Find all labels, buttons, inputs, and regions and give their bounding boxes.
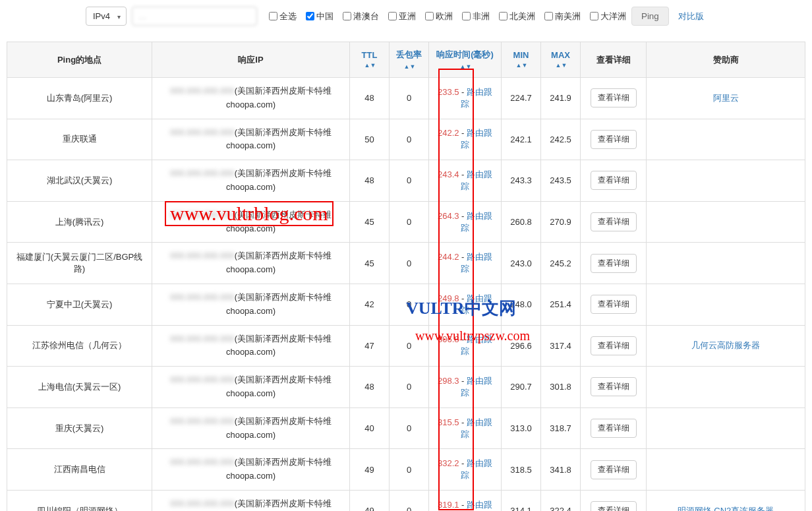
route-trace-link[interactable]: 路由跟踪 [461,334,492,356]
cell-resp-time: 249.8 - 路由跟踪 [429,284,502,325]
route-trace-link[interactable]: 路由跟踪 [461,417,492,439]
cell-ttl: 48 [350,367,390,408]
cell-ttl: 45 [350,201,390,243]
table-row: 重庆(天翼云) 000.000.000.000(美国新泽西州皮斯卡特维choop… [7,407,805,449]
sponsor-link[interactable]: 明源网络·CN2直连服务器 [678,506,774,511]
cell-detail: 查看详细 [581,367,647,408]
cell-resp-ip: 000.000.000.000(美国新泽西州皮斯卡特维choopa.com) [152,449,350,491]
protocol-value: IPv4 [93,11,110,21]
cell-max: 270.9 [541,201,581,243]
cell-loss: 0 [390,78,429,119]
table-row: 江苏徐州电信（几何云） 000.000.000.000(美国新泽西州皮斯卡特维c… [7,325,805,367]
cell-sponsor [647,407,805,449]
cell-sponsor [647,284,805,325]
hdr-min[interactable]: MIN▲▼ [502,42,541,78]
cell-loss: 0 [390,119,429,160]
cell-resp-time: 244.2 - 路由跟踪 [429,243,502,284]
detail-button[interactable]: 查看详细 [591,377,637,396]
detail-button[interactable]: 查看详细 [591,212,637,231]
hdr-resp-ip: 响应IP [152,42,350,78]
cell-min: 296.6 [502,325,541,367]
cell-resp-ip: 000.000.000.000(美国新泽西州皮斯卡特维choopa.com) [152,243,350,284]
table-row: 山东青岛(阿里云) 000.000.000.000(美国新泽西州皮斯卡特维cho… [7,78,805,119]
cell-loss: 0 [390,407,429,449]
cell-min: 318.5 [502,449,541,491]
cell-location: 湖北武汉(天翼云) [7,160,152,202]
cell-resp-ip: 000.000.000.000(美国新泽西州皮斯卡特维choopa.com) [152,201,350,243]
cell-ttl: 48 [350,78,390,119]
sponsor-link[interactable]: 几何云高防服务器 [691,340,760,350]
cell-resp-ip: 000.000.000.000(美国新泽西州皮斯卡特维choopa.com) [152,78,350,119]
cell-location: 山东青岛(阿里云) [7,78,152,119]
cell-min: 290.7 [502,367,541,408]
cell-resp-ip: 000.000.000.000(美国新泽西州皮斯卡特维choopa.com) [152,367,350,408]
cell-sponsor [647,449,805,491]
chk-asia[interactable]: 亚洲 [388,11,416,22]
detail-button[interactable]: 查看详细 [591,460,637,479]
route-trace-link[interactable]: 路由跟踪 [461,211,492,233]
ip-input[interactable]: ... [132,7,257,26]
route-trace-link[interactable]: 路由跟踪 [461,376,492,398]
detail-button[interactable]: 查看详细 [591,130,637,149]
detail-button[interactable]: 查看详细 [591,88,637,107]
sponsor-link[interactable]: 阿里云 [713,93,739,103]
cell-location: 江西南昌电信 [7,449,152,491]
route-trace-link[interactable]: 路由跟踪 [461,293,492,315]
chk-oceania[interactable]: 大洋洲 [590,11,626,22]
ping-button[interactable]: Ping [631,7,669,26]
sort-icon: ▲▼ [556,63,567,67]
chk-europe[interactable]: 欧洲 [425,11,453,22]
detail-button[interactable]: 查看详细 [591,171,637,190]
cell-resp-ip: 000.000.000.000(美国新泽西州皮斯卡特维choopa.com) [152,119,350,160]
detail-button[interactable]: 查看详细 [591,501,637,511]
detail-button[interactable]: 查看详细 [591,295,637,314]
route-trace-link[interactable]: 路由跟踪 [461,169,492,191]
chk-all[interactable]: 全选 [269,11,297,22]
region-checkboxes: 全选 中国 港澳台 亚洲 欧洲 非洲 北美洲 南美洲 大洋洲 [269,11,626,22]
cell-loss: 0 [390,160,429,202]
route-trace-link[interactable]: 路由跟踪 [461,128,492,150]
detail-button[interactable]: 查看详细 [591,419,637,438]
cell-max: 243.5 [541,160,581,202]
route-trace-link[interactable]: 路由跟踪 [461,500,492,511]
cell-sponsor [647,367,805,408]
chk-africa[interactable]: 非洲 [462,11,490,22]
route-trace-link[interactable]: 路由跟踪 [461,252,492,274]
cell-min: 243.3 [502,160,541,202]
compare-link[interactable]: 对比版 [678,11,704,22]
hdr-max[interactable]: MAX▲▼ [541,42,581,78]
cell-max: 241.9 [541,78,581,119]
route-trace-link[interactable]: 路由跟踪 [461,458,492,480]
sort-icon: ▲▼ [364,63,376,67]
chk-china[interactable]: 中国 [306,11,334,22]
cell-resp-time: 306.8 - 路由跟踪 [429,325,502,367]
cell-ttl: 42 [350,284,390,325]
cell-resp-ip: 000.000.000.000(美国新泽西州皮斯卡特维choopa.com) [152,325,350,367]
hdr-resp-time[interactable]: 响应时间(毫秒)▲▼ [429,42,502,78]
chk-samerica[interactable]: 南美洲 [544,11,581,22]
cell-max: 245.2 [541,243,581,284]
cell-location: 福建厦门(天翼云厦门二区/BGP线路) [7,243,152,284]
hdr-ttl[interactable]: TTL▲▼ [350,42,390,78]
cell-min: 260.8 [502,201,541,243]
cell-loss: 0 [390,201,429,243]
cell-location: 江苏徐州电信（几何云） [7,325,152,367]
detail-button[interactable]: 查看详细 [591,336,637,355]
cell-ttl: 50 [350,119,390,160]
cell-resp-ip: 000.000.000.000(美国新泽西州皮斯卡特维choopa.com) [152,407,350,449]
cell-max: 318.7 [541,407,581,449]
protocol-select[interactable]: IPv4 [86,7,127,26]
cell-detail: 查看详细 [581,78,647,119]
cell-max: 242.5 [541,119,581,160]
table-row: 宁夏中卫(天翼云) 000.000.000.000(美国新泽西州皮斯卡特维cho… [7,284,805,325]
detail-button[interactable]: 查看详细 [591,254,637,273]
hdr-loss[interactable]: 丢包率▲▼ [390,42,429,78]
table-row: 四川锦阳（明源网络） 000.000.000.000(美国新泽西州皮斯卡特维ch… [7,490,805,511]
route-trace-link[interactable]: 路由跟踪 [461,87,492,109]
chk-namerica[interactable]: 北美洲 [499,11,535,22]
chk-hmt[interactable]: 港澳台 [343,11,379,22]
table-row: 江西南昌电信 000.000.000.000(美国新泽西州皮斯卡特维choopa… [7,449,805,491]
cell-resp-time: 315.5 - 路由跟踪 [429,407,502,449]
cell-location: 重庆(天翼云) [7,407,152,449]
cell-resp-ip: 000.000.000.000(美国新泽西州皮斯卡特维choopa.com) [152,160,350,202]
